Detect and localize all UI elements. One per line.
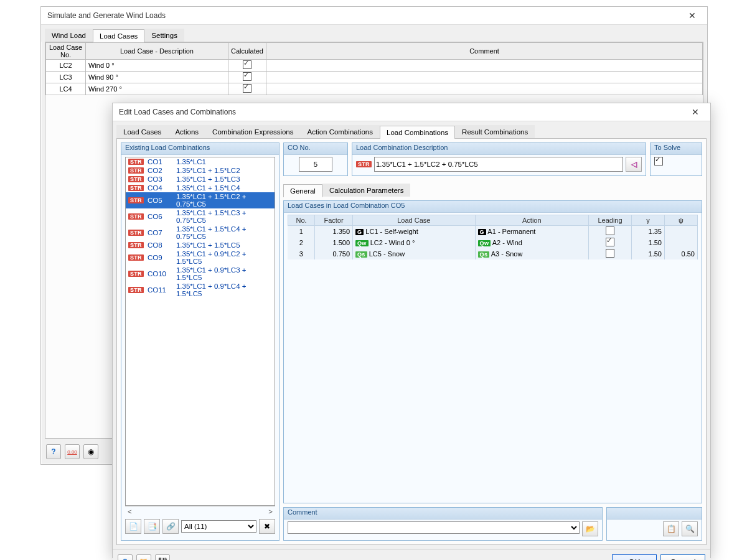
list-item[interactable]: STRCO41.35*LC1 + 1.5*LC4 [126,184,275,192]
list-item[interactable]: STRCO51.35*LC1 + 1.5*LC2 + 0.75*LC5 [126,192,275,208]
tab-load-cases[interactable]: Load Cases [116,125,168,138]
help-button[interactable]: ? [118,554,133,560]
back-window-title: Simulate and Generate Wind Loads [47,11,166,20]
cancel-button[interactable]: Cancel [660,554,705,560]
subtab-calculation-parameters[interactable]: Calculation Parameters [322,184,411,197]
list-item[interactable]: STRCO61.35*LC1 + 1.5*LC3 + 0.75*LC5 [126,208,275,225]
tab-settings[interactable]: Settings [144,29,184,42]
co-no-input[interactable] [299,157,332,172]
table-row[interactable]: 11.350G LC1 - Self-weightG A1 - Permanen… [288,226,698,238]
tab-actions[interactable]: Actions [168,125,205,138]
tab-combination-expressions[interactable]: Combination Expressions [205,125,300,138]
list-item[interactable]: STRCO91.35*LC1 + 0.9*LC2 + 1.5*LC5 [126,250,275,266]
list-item[interactable]: STRCO21.35*LC1 + 1.5*LC2 [126,166,275,175]
filter-select[interactable]: All (11) [181,520,256,533]
details-button[interactable]: 📋 [663,521,679,536]
find-button[interactable]: 🔍 [682,521,698,536]
ok-button[interactable]: OK [612,554,657,560]
front-window-title: Edit Load Cases and Combinations [119,108,236,116]
cases-header: Load Cases in Load Combination CO5 [284,201,702,213]
table-row[interactable]: LC2Wind 0 ° [46,60,703,72]
close-icon[interactable]: ✕ [681,9,703,22]
existing-combinations-header: Existing Load Combinations [121,143,279,155]
table-row[interactable]: LC4Wind 270 ° [46,83,703,95]
tab-result-combinations[interactable]: Result Combinations [455,125,535,138]
preview-button[interactable]: ◉ [83,444,98,459]
delete-button[interactable]: ✖ [259,519,275,534]
save-button[interactable]: 💾 [155,554,170,560]
tab-action-combinations[interactable]: Action Combinations [301,125,380,138]
table-row[interactable]: 30.750Qs LC5 - SnowQs A3 - Snow1.500.50 [288,248,698,259]
comment-input[interactable] [288,521,580,534]
table-row[interactable]: LC3Wind 90 ° [46,72,703,83]
comment-pick-button[interactable]: 📂 [582,521,598,536]
co-no-label: CO No. [284,143,347,155]
help-button[interactable]: ? [46,444,61,459]
comment-label: Comment [284,508,602,520]
col-lc-no: Load CaseNo. [46,43,86,60]
to-solve-label: To Solve [651,143,702,155]
list-item[interactable]: STRCO81.35*LC1 + 1.5*LC5 [126,241,275,250]
list-item[interactable]: STRCO101.35*LC1 + 0.9*LC3 + 1.5*LC5 [126,266,275,282]
combination-list[interactable]: STRCO11.35*LC1STRCO21.35*LC1 + 1.5*LC2ST… [125,157,275,506]
close-icon[interactable]: ✕ [684,106,707,118]
col-calculated: Calculated [228,43,266,60]
tab-wind-load[interactable]: Wind Load [45,29,93,42]
copy-button[interactable]: 📑 [144,519,160,534]
str-badge: STR [356,161,372,167]
description-input[interactable] [374,157,623,172]
wind-load-cases-table[interactable]: Load CaseNo. Load Case - Description Cal… [45,42,703,95]
to-solve-checkbox[interactable] [654,157,663,166]
col-lc-desc: Load Case - Description [86,43,228,60]
new-button[interactable]: 📄 [125,519,141,534]
list-item[interactable]: STRCO31.35*LC1 + 1.5*LC3 [126,175,275,184]
description-label: Load Combination Description [352,143,646,155]
list-item[interactable]: STRCO71.35*LC1 + 1.5*LC4 + 0.75*LC5 [126,225,275,241]
cases-table[interactable]: No.FactorLoad CaseActionLeadingγψ 11.350… [288,215,698,259]
table-row[interactable]: 21.500Qw LC2 - Wind 0 °Qw A2 - Wind1.50 [288,237,698,248]
col-comment: Comment [266,43,703,60]
units-button[interactable]: 0.00 [65,444,80,459]
subtab-general[interactable]: General [283,184,322,197]
open-button[interactable]: 📂 [136,554,151,560]
tab-load-combinations[interactable]: Load Combinations [380,126,455,139]
list-item[interactable]: STRCO11.35*LC1 [126,157,275,166]
link-button[interactable]: 🔗 [162,519,179,534]
tab-load-cases[interactable]: Load Cases [93,29,144,42]
list-item[interactable]: STRCO111.35*LC1 + 0.9*LC4 + 1.5*LC5 [126,282,275,298]
pick-button[interactable]: ◁ [626,157,642,172]
